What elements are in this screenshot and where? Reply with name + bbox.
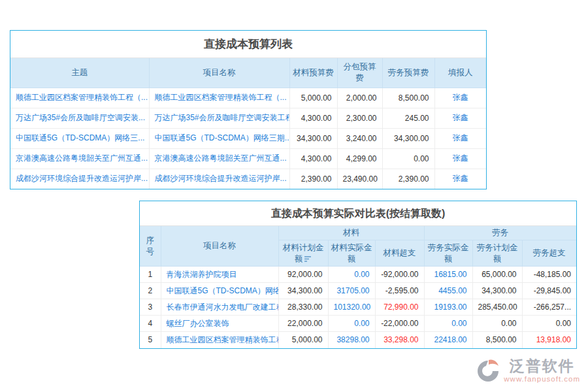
labor-budget-value: 2,390.00 [382, 169, 434, 189]
col-material-plan[interactable]: 材料计划金额 [278, 240, 328, 267]
project-link[interactable]: 京港澳高速公路粤境韶关至广州互通... [149, 148, 289, 169]
project-link[interactable]: 顺德工业园区档案管理精装饰工程 [161, 332, 278, 348]
subcontract-budget-value: 2,000.00 [337, 88, 382, 108]
material-over-value: -92,000.00 [375, 267, 424, 283]
project-link[interactable]: 顺德工业园区档案管理精装饰工程（... [149, 88, 289, 108]
group-labor: 劳务 [424, 226, 576, 240]
table-row: 2 中国联通5G（TD-SCDMA）网络三 34,300.00 31705.00… [140, 283, 576, 299]
table-header-row: 主题 项目名称 材料预算费 分包预算费 劳务预算费 填报人 [10, 58, 486, 88]
material-actual-link[interactable]: 101320.00 [328, 299, 375, 316]
material-over-value: -22,000.00 [375, 316, 424, 332]
material-budget-value: 5,000.00 [289, 88, 337, 108]
material-actual-link[interactable]: 38298.00 [328, 332, 375, 348]
labor-actual-link[interactable]: 4455.00 [424, 283, 472, 299]
material-actual-link[interactable]: 0.00 [328, 267, 375, 283]
project-link[interactable]: 青海洪湖养护院项目 [161, 267, 278, 283]
labor-budget-value: 0.00 [382, 148, 434, 169]
labor-plan-value: 0.00 [472, 316, 522, 332]
table-row: 5 顺德工业园区档案管理精装饰工程 5,000.00 38298.00 33,2… [140, 332, 576, 348]
seq-value: 3 [140, 299, 161, 316]
reporter-link[interactable]: 张鑫 [434, 88, 486, 108]
subject-link[interactable]: 万达广场35#会所及咖啡厅空调安装... [10, 108, 149, 128]
subject-link[interactable]: 京港澳高速公路粤境韶关至广州互通... [10, 148, 149, 169]
material-plan-value: 92,000.00 [278, 267, 328, 283]
col-material-budget: 材料预算费 [289, 58, 337, 88]
labor-actual-link[interactable]: 22418.00 [424, 332, 472, 348]
fanpu-watermark: 泛普软件 www.fanpusoft.com [475, 358, 580, 384]
col-reporter: 填报人 [434, 58, 486, 88]
col-material-over: 材料超支 [375, 240, 424, 267]
labor-over-value: -266,257... [522, 299, 576, 316]
subcontract-budget-value: 23,490.00 [337, 169, 382, 189]
material-plan-value: 22,000.00 [278, 316, 328, 332]
project-link[interactable]: 中国联通5G（TD-SCDMA）网络三期... [149, 128, 289, 148]
subcontract-budget-value: 2,300.00 [337, 108, 382, 128]
col-labor-over: 劳务超支 [522, 240, 576, 267]
reporter-link[interactable]: 张鑫 [434, 128, 486, 148]
material-over-value: 72,990.00 [375, 299, 424, 316]
project-link[interactable]: 万达广场35#会所及咖啡厅空调安装工程 [149, 108, 289, 128]
sort-icon[interactable] [304, 256, 312, 262]
reporter-link[interactable]: 张鑫 [434, 108, 486, 128]
reporter-link[interactable]: 张鑫 [434, 148, 486, 169]
col-subcontract-budget: 分包预算费 [337, 58, 382, 88]
labor-budget-value: 245.00 [382, 108, 434, 128]
brand-url: www.fanpusoft.com [504, 376, 580, 384]
labor-budget-value: 8,500.00 [382, 88, 434, 108]
material-actual-link[interactable]: 0.00 [328, 316, 375, 332]
labor-over-value: 0.00 [522, 316, 576, 332]
direct-cost-budget-list-card: 直接成本预算列表 主题 项目名称 材料预算费 分包预算费 劳务预算费 填报人 顺… [10, 30, 487, 189]
labor-plan-value: 34,300.00 [472, 283, 522, 299]
material-over-value: -2,595.00 [375, 283, 424, 299]
labor-plan-value: 65,000.00 [472, 267, 522, 283]
reporter-link[interactable]: 张鑫 [434, 169, 486, 189]
table-row: 顺德工业园区档案管理精装饰工程（... 顺德工业园区档案管理精装饰工程（... … [10, 88, 486, 108]
project-link[interactable]: 螺丝厂办公室装饰 [161, 316, 278, 332]
labor-actual-link[interactable]: 16815.00 [424, 267, 472, 283]
table-row: 中国联通5G（TD-SCDMA）网络三... 中国联通5G（TD-SCDMA）网… [10, 128, 486, 148]
material-budget-value: 4,300.00 [289, 108, 337, 128]
labor-plan-value: 8,500.00 [472, 332, 522, 348]
subcontract-budget-value: 4,299.00 [337, 148, 382, 169]
col-project-name: 项目名称 [161, 226, 278, 267]
labor-actual-link[interactable]: 19193.00 [424, 299, 472, 316]
table-row: 3 长春市伊通河水力发电厂改建工程 28,330.00 101320.00 72… [140, 299, 576, 316]
labor-plan-value: 285,450.00 [472, 299, 522, 316]
watermark-text: 泛普软件 www.fanpusoft.com [504, 359, 580, 384]
table-row: 成都沙河环境综合提升改造运河护岸... 成都沙河环境综合提升改造运河护岸... … [10, 169, 486, 189]
col-material-actual: 材料实际金额 [328, 240, 375, 267]
seq-value: 5 [140, 332, 161, 348]
labor-budget-value: 34,300.00 [382, 128, 434, 148]
project-link[interactable]: 长春市伊通河水力发电厂改建工程 [161, 299, 278, 316]
budget-actual-comparison-card: 直接成本预算实际对比表(按结算取数) 序号 项目名称 材料 劳务 材料计划金额 … [139, 201, 577, 349]
brand-name: 泛普软件 [510, 359, 575, 374]
labor-over-value: -48,185.00 [522, 267, 576, 283]
material-plan-value: 28,330.00 [278, 299, 328, 316]
material-budget-value: 2,390.00 [289, 169, 337, 189]
table-row: 1 青海洪湖养护院项目 92,000.00 0.00 -92,000.00 16… [140, 267, 576, 283]
budget-actual-comparison-table: 序号 项目名称 材料 劳务 材料计划金额 材料实际金额 材料超支 劳务实际金额 … [140, 226, 576, 348]
subject-link[interactable]: 顺德工业园区档案管理精装饰工程（... [10, 88, 149, 108]
table-row: 4 螺丝厂办公室装饰 22,000.00 0.00 -22,000.00 0.0… [140, 316, 576, 332]
material-over-value: 33,298.00 [375, 332, 424, 348]
table-row: 万达广场35#会所及咖啡厅空调安装... 万达广场35#会所及咖啡厅空调安装工程… [10, 108, 486, 128]
fanpu-logo-icon [475, 358, 501, 384]
col-project-name: 项目名称 [149, 58, 289, 88]
comparison-table-title: 直接成本预算实际对比表(按结算取数) [140, 201, 576, 226]
material-plan-value: 5,000.00 [278, 332, 328, 348]
subject-link[interactable]: 中国联通5G（TD-SCDMA）网络三... [10, 128, 149, 148]
material-actual-link[interactable]: 31705.00 [328, 283, 375, 299]
project-link[interactable]: 成都沙河环境综合提升改造运河护岸... [149, 169, 289, 189]
labor-actual-link[interactable]: 0.00 [424, 316, 472, 332]
group-header-row: 序号 项目名称 材料 劳务 [140, 226, 576, 240]
col-labor-budget: 劳务预算费 [382, 58, 434, 88]
direct-cost-budget-table: 主题 项目名称 材料预算费 分包预算费 劳务预算费 填报人 顺德工业园区档案管理… [10, 58, 486, 189]
labor-over-value: 13,918.00 [522, 332, 576, 348]
labor-over-value: -29,845.00 [522, 283, 576, 299]
project-link[interactable]: 中国联通5G（TD-SCDMA）网络三 [161, 283, 278, 299]
material-plan-value: 34,300.00 [278, 283, 328, 299]
col-seq: 序号 [140, 226, 161, 267]
seq-value: 4 [140, 316, 161, 332]
subject-link[interactable]: 成都沙河环境综合提升改造运河护岸... [10, 169, 149, 189]
col-material-plan-label: 材料计划金额 [283, 243, 324, 263]
